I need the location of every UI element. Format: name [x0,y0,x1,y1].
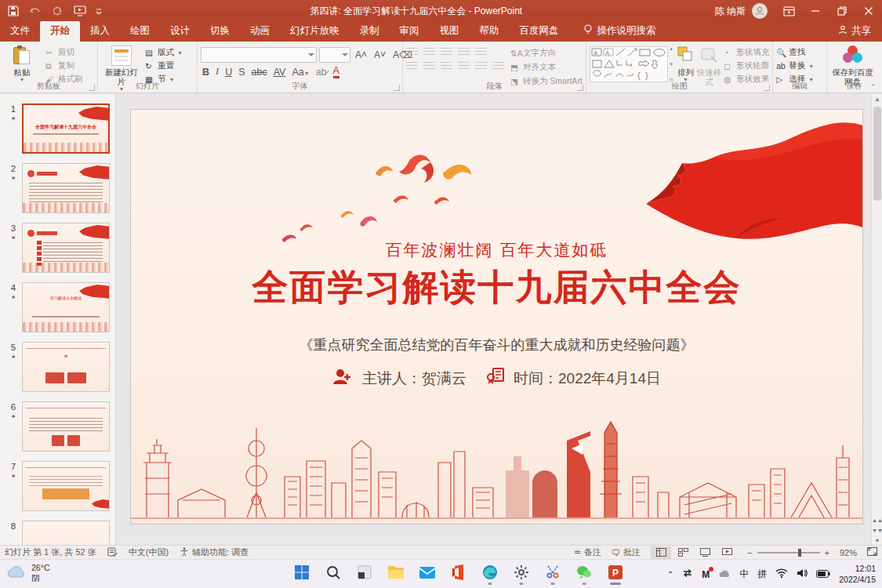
normal-view-button[interactable] [651,546,671,559]
numbering-icon[interactable] [423,48,435,57]
tab-home[interactable]: 开始 [40,21,80,42]
save-icon[interactable] [8,5,19,16]
settings-icon[interactable] [511,562,532,583]
tab-animations[interactable]: 动画 [240,21,280,42]
tab-view[interactable]: 视图 [430,21,470,42]
share-button[interactable]: 共享 [827,21,882,42]
battery-icon[interactable] [816,569,830,580]
shrink-font-button[interactable]: A˅ [372,49,388,60]
cut-button[interactable]: ✂剪切 [45,47,83,58]
tray-cloud-icon[interactable] [718,569,731,580]
account-name[interactable]: 陈 纳斯 [715,5,746,18]
text-direction-button[interactable]: ⇅A文字方向 [510,48,583,59]
strikethrough-button[interactable]: abc [252,67,267,78]
tab-transitions[interactable]: 切换 [200,21,240,42]
customize-qat-icon[interactable] [96,5,102,16]
volume-icon[interactable] [797,568,808,580]
thumbnail-slide-2[interactable]: 2✶ [5,163,115,213]
comments-button[interactable]: 🗨批注 [612,546,641,558]
scroll-down-icon[interactable]: ▼ [875,538,880,543]
shape-fill-button[interactable]: ◔形状填充 [724,47,769,58]
slide-1-canvas[interactable]: 百年波澜壮阔 百年大道如砥 全面学习解读十九届六中全会 《重点研究全面总结党的百… [131,110,862,524]
thumbnail-slide-3[interactable]: 3✶ [5,223,115,273]
thumbnail-slide-1[interactable]: 1✶ 全面学习解读十九届六中全会 [5,103,115,154]
previous-slide-icon[interactable]: ▲▲ [872,517,882,523]
close-button[interactable] [855,0,882,22]
quick-styles-button[interactable]: 快速样式 [696,44,722,86]
next-slide-icon[interactable]: ▼▼ [872,528,882,533]
slide-meta-row[interactable]: 主讲人：贺满云 时间：2022年4月14日 [131,367,862,390]
gallery-down-icon[interactable]: ▼ [669,62,673,67]
avatar[interactable] [752,3,768,19]
decrease-indent-icon[interactable] [441,48,452,57]
slide-subline[interactable]: 《重点研究全面总结党的百年奋斗的重大成就和历史经验问题》 [131,336,862,354]
shape-outline-button[interactable]: ◻形状轮廓 [724,60,769,71]
find-button[interactable]: 🔍查找 [776,47,814,58]
reading-view-button[interactable] [695,546,715,559]
gallery-up-icon[interactable]: ▲ [669,46,673,51]
thumbnail-slide-8[interactable]: 8 [5,521,115,545]
notes-button[interactable]: ≐备注 [574,546,601,558]
columns-icon[interactable] [492,62,504,71]
slide-thumbnail-panel[interactable]: 1✶ 全面学习解读十九届六中全会 2✶ 3✶ 4✶ 学习解读全会概述 5✶ ✿ … [0,94,116,545]
thumbnail-slide-7[interactable]: 7✶ [5,461,115,511]
zoom-out-button[interactable]: − [747,548,752,557]
mail-icon[interactable] [417,562,437,583]
tab-draw[interactable]: 绘图 [120,21,160,42]
shadow-button[interactable]: S [238,67,245,78]
search-icon[interactable] [323,562,343,583]
char-spacing-button[interactable]: AV [274,67,286,78]
paragraph-dialog-launcher[interactable] [577,85,583,91]
file-explorer-icon[interactable] [386,562,406,583]
powerpoint-taskbar-icon[interactable]: P [605,562,626,583]
thumbnail-slide-6[interactable]: 6✶ [5,401,115,452]
highlight-button[interactable]: ab̷ [316,67,327,78]
tab-help[interactable]: 帮助 [470,21,510,42]
zoom-slider-thumb[interactable] [798,549,801,557]
ime-mode-indicator[interactable]: 拼 [757,568,767,581]
vertical-scrollbar[interactable]: ▲ ▲▲ ▼▼ ▼ [871,94,882,545]
change-case-button[interactable]: Aa▼ [292,67,309,78]
tray-expand-icon[interactable]: ⌃ [667,570,673,579]
scroll-up-icon[interactable]: ▲ [872,94,882,105]
task-view-icon[interactable] [354,562,375,583]
underline-button[interactable]: U [225,67,232,78]
zoom-slider[interactable] [757,552,820,554]
language-indicator[interactable]: 中文(中国) [129,546,169,558]
font-name-input[interactable] [201,47,317,63]
bullets-icon[interactable] [406,48,418,57]
font-size-input[interactable] [319,47,350,63]
clipboard-dialog-launcher[interactable] [89,85,95,91]
spellcheck-icon[interactable] [107,547,118,558]
slideshow-view-button[interactable] [717,546,737,559]
arrange-button[interactable]: 排列 ▼ [675,44,696,83]
align-right-icon[interactable] [441,62,452,71]
align-center-icon[interactable] [423,62,435,71]
taskbar-clock[interactable]: 12:01 2022/4/15 [839,564,879,585]
thumbnail-slide-4[interactable]: 4✶ 学习解读全会概述 [5,282,115,332]
shapes-gallery-scroll[interactable]: ▲ ▼ ☰ [669,46,673,82]
start-button[interactable] [292,562,312,583]
slide-main-title[interactable]: 全面学习解读十九届六中全会 [131,263,862,312]
ime-language-indicator[interactable]: 中 [739,568,749,581]
snipping-tool-icon[interactable] [543,562,563,583]
tell-me-search[interactable]: 操作说明搜索 [583,24,656,42]
tab-record[interactable]: 录制 [350,21,390,42]
collapse-ribbon-icon[interactable]: ⌃ [869,83,876,91]
tab-file[interactable]: 文件 [0,21,40,42]
office-icon[interactable] [448,562,469,583]
tab-design[interactable]: 设计 [160,21,200,42]
edge-icon[interactable] [480,562,500,583]
reset-button[interactable]: ↻重置 [145,60,183,71]
copy-button[interactable]: ⧉复制 [45,60,83,71]
layout-button[interactable]: ▤版式▼ [145,47,183,58]
tab-insert[interactable]: 插入 [80,21,120,42]
tab-slideshow[interactable]: 幻灯片放映 [280,21,350,42]
italic-button[interactable]: I [216,66,219,78]
grow-font-button[interactable]: A˄ [353,49,369,60]
wechat-icon[interactable] [574,562,594,583]
replace-button[interactable]: ab替换▼ [776,60,814,71]
increase-indent-icon[interactable] [458,48,470,57]
wifi-icon[interactable] [775,568,788,580]
drawing-dialog-launcher[interactable] [764,85,770,91]
